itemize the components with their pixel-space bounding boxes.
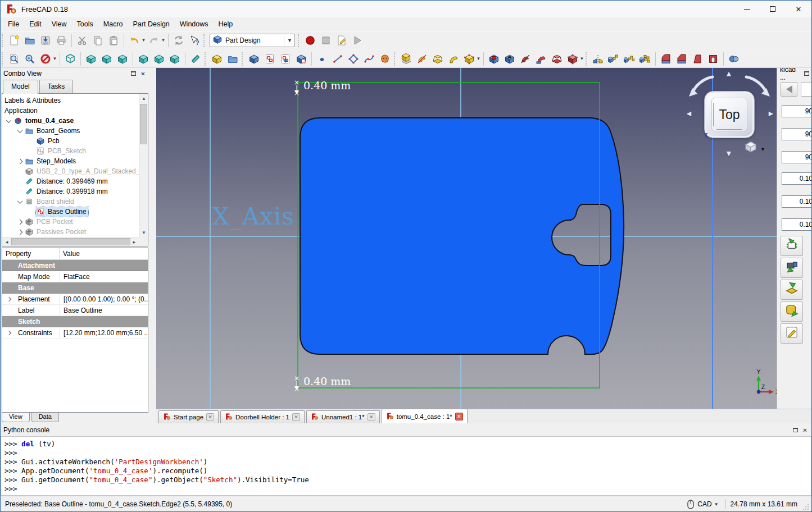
tree-item-step-models[interactable]: Step_Models xyxy=(2,156,148,166)
kicad-value-input-0[interactable]: 90 xyxy=(782,105,812,117)
nav-mini-cube-icon[interactable] xyxy=(744,140,757,153)
menu-file[interactable]: File xyxy=(3,17,24,31)
menu-help[interactable]: Help xyxy=(214,17,238,31)
subtractive-pipe-button[interactable] xyxy=(533,51,549,67)
tree-hscroll-thumb[interactable] xyxy=(11,238,130,245)
tree-item-usb-2-0-type-a-dual-stacked-jac[interactable]: USB_2_0_type_A_Dual_Stacked_jac xyxy=(2,166,148,176)
property-row-constraints[interactable]: Constraints[12.20 mm;12.00 mm;6.50 ... xyxy=(2,327,148,339)
view-rear-button[interactable] xyxy=(135,51,151,67)
create-part-button[interactable] xyxy=(209,51,225,67)
resize-grip[interactable] xyxy=(802,503,810,511)
view-right-button[interactable] xyxy=(115,51,130,67)
kicad-load-footprint-button[interactable] xyxy=(781,236,803,256)
subtractive-loft-button[interactable] xyxy=(549,51,565,67)
tab-data[interactable]: Data xyxy=(31,413,59,422)
hole-button[interactable] xyxy=(502,51,518,67)
view-top-button[interactable] xyxy=(99,51,115,67)
document-tab-unnamed1-1[interactable]: Unnamed1 : 1*✕ xyxy=(306,410,380,423)
close-button[interactable]: ✕ xyxy=(786,1,811,17)
new-document-button[interactable] xyxy=(6,33,22,48)
macro-stop-button[interactable] xyxy=(318,33,334,48)
python-console-output[interactable]: >>> del (tv)>>> >>> Gui.activateWorkbenc… xyxy=(1,436,811,496)
collapse-icon[interactable] xyxy=(17,198,23,204)
multitransform-button[interactable] xyxy=(637,51,653,67)
document-tab-start-page[interactable]: Start page✕ xyxy=(158,410,219,423)
tree-item-pcb-sketch[interactable]: PCB_Sketch xyxy=(2,146,148,156)
float-panel-button[interactable] xyxy=(130,70,137,77)
expand-icon[interactable] xyxy=(17,229,23,235)
rotate-cw-icon[interactable] xyxy=(746,77,766,93)
draft-button[interactable] xyxy=(689,51,705,67)
additive-pipe-button[interactable] xyxy=(446,51,461,67)
kicad-pull-board-button[interactable] xyxy=(781,301,803,322)
open-document-button[interactable] xyxy=(22,33,38,48)
create-sketch-button[interactable] xyxy=(262,51,278,67)
tree-item-pcb-pocket[interactable]: PCB Pocket xyxy=(2,217,148,227)
maximize-button[interactable] xyxy=(760,1,786,17)
close-tab-icon[interactable]: ✕ xyxy=(206,413,214,421)
macro-record-button[interactable] xyxy=(302,33,318,48)
sketch-line-button[interactable] xyxy=(330,51,346,67)
menu-edit[interactable]: Edit xyxy=(24,17,47,31)
sketch-point-button[interactable] xyxy=(314,51,330,67)
kicad-export-part-button[interactable] xyxy=(781,258,803,278)
view-axonometric-button[interactable] xyxy=(62,51,78,67)
scroll-down-icon[interactable]: ▼ xyxy=(139,228,148,237)
view-left-button[interactable] xyxy=(167,51,183,67)
workbench-selector[interactable]: Part Design▼ xyxy=(210,34,295,47)
map-sketch-button[interactable] xyxy=(293,51,309,67)
tree-item-tomu-0-4-case[interactable]: tomu_0.4_case xyxy=(2,116,148,126)
toolbar-grip[interactable] xyxy=(205,52,207,66)
thickness-button[interactable] xyxy=(705,51,721,67)
nav-settings-dropdown-icon[interactable]: ▼ xyxy=(760,147,765,152)
edit-sketch-button[interactable] xyxy=(278,51,293,67)
close-tab-icon[interactable]: ✕ xyxy=(455,413,463,420)
menu-macro[interactable]: Macro xyxy=(98,17,128,31)
menu-windows[interactable]: Windows xyxy=(175,17,214,31)
toolbar-grip[interactable] xyxy=(203,34,206,47)
sketch-bspline-button[interactable] xyxy=(361,51,377,67)
chamfer-button[interactable] xyxy=(674,51,689,67)
document-tab-doorbell-holder-1[interactable]: Doorbell Holder : 1✕ xyxy=(220,410,305,423)
revolution-button[interactable] xyxy=(414,51,430,67)
collapse-icon[interactable] xyxy=(17,127,23,133)
rotate-ccw-icon[interactable] xyxy=(692,77,713,93)
macro-play-button[interactable] xyxy=(350,33,365,48)
kicad-push-board-button[interactable] xyxy=(781,280,803,300)
3d-viewport[interactable]: × × × × xyxy=(156,68,777,409)
close-tab-icon[interactable]: ✕ xyxy=(368,413,375,421)
rotate-cw-arrowhead[interactable] xyxy=(761,88,770,97)
kicad-value-input-1[interactable]: 90 xyxy=(782,128,812,140)
nav-arrow-down-icon[interactable]: ▼ xyxy=(725,149,733,158)
toolbar-grip[interactable] xyxy=(2,34,4,47)
rotate-ccw-arrowhead[interactable] xyxy=(689,88,697,97)
toolbar-grip[interactable] xyxy=(2,52,4,66)
close-panel-button[interactable]: ✕ xyxy=(139,70,147,77)
refresh-button[interactable] xyxy=(171,33,187,48)
undo-button[interactable] xyxy=(126,33,142,48)
tree-item-distance-0-399469-mm[interactable]: Distance: 0.399469 mm xyxy=(2,176,148,186)
whats-this-button[interactable]: ? xyxy=(187,33,202,48)
create-group-button[interactable] xyxy=(225,51,241,67)
measure-distance-button[interactable] xyxy=(188,51,203,67)
tree-item-base-outline[interactable]: Base Outline xyxy=(2,207,148,217)
sketch-polygon-button[interactable] xyxy=(346,51,361,67)
box-zoom-button[interactable] xyxy=(22,51,38,67)
kicad-partial-button[interactable] xyxy=(801,82,812,97)
tab-tasks[interactable]: Tasks xyxy=(39,80,74,93)
tree-item-passives-pocket[interactable]: Passives Pocket xyxy=(2,227,148,237)
toolbar-grip[interactable] xyxy=(586,52,588,66)
toolbar-grip[interactable] xyxy=(394,52,396,66)
additive-loft-button[interactable] xyxy=(430,51,446,67)
nav-arrow-up-icon[interactable]: ▲ xyxy=(725,69,733,78)
property-row-map-mode[interactable]: Map ModeFlatFace xyxy=(2,271,148,282)
view-front-button[interactable] xyxy=(83,51,99,67)
tree-item-board-geoms[interactable]: Board_Geoms xyxy=(2,126,148,136)
pocket-button[interactable] xyxy=(486,51,502,67)
create-body-button[interactable] xyxy=(246,51,262,67)
kicad-value-input-5[interactable]: 0.10 xyxy=(782,218,812,231)
scroll-right-icon[interactable]: ► xyxy=(130,237,139,246)
polar-pattern-button[interactable] xyxy=(622,51,637,67)
additive-primitive-button[interactable] xyxy=(461,51,477,67)
nav-style-dropdown-icon[interactable]: ▼ xyxy=(714,502,719,507)
